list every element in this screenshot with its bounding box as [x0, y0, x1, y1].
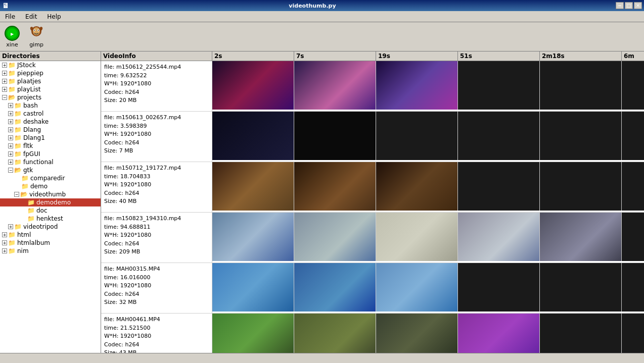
toggle-videotripod[interactable]: + — [8, 224, 13, 229]
dir-item-playlist[interactable]: +📁playList — [0, 85, 101, 93]
thumb-svg-v6-3 — [458, 314, 539, 353]
thumb-cell-v4-1[interactable] — [294, 213, 376, 261]
thumb-cell-v5-0[interactable] — [212, 263, 294, 312]
thumb-cell-v1-0[interactable] — [212, 61, 294, 110]
toggle-functional[interactable]: + — [8, 160, 13, 165]
thumb-cell-v2-3[interactable] — [458, 112, 540, 160]
dir-item-demo[interactable]: 📁demo — [0, 182, 101, 190]
thumb-cell-v5-5[interactable] — [622, 263, 644, 312]
video-size-v5: Size: 32 MB — [104, 298, 209, 307]
dir-item-fpgui[interactable]: +📁fpGUI — [0, 150, 101, 158]
toggle-projects[interactable]: − — [2, 95, 7, 100]
thumb-cell-v2-2[interactable] — [376, 112, 458, 160]
thumb-cell-v2-0[interactable] — [212, 112, 294, 160]
thumb-cell-v5-1[interactable] — [294, 263, 376, 312]
thumb-cell-v2-1[interactable] — [294, 112, 376, 160]
dir-item-projects[interactable]: −📂projects — [0, 93, 101, 101]
dir-item-html[interactable]: +📁html — [0, 231, 101, 239]
dir-item-plaatjes[interactable]: +📁plaatjes — [0, 77, 101, 85]
dir-item-deshake[interactable]: +📁deshake — [0, 118, 101, 126]
toggle-castrol[interactable]: + — [8, 111, 13, 116]
toggle-fpgui[interactable]: + — [8, 151, 13, 157]
thumb-cell-v1-4[interactable] — [540, 61, 622, 110]
dir-item-pieppiep[interactable]: +📁pieppiep — [0, 69, 101, 77]
toggle-nim[interactable]: + — [2, 248, 7, 253]
dir-item-castrol[interactable]: +📁castrol — [0, 110, 101, 118]
dir-label-videothumb: videothumb — [29, 191, 66, 198]
thumb-cell-v2-4[interactable] — [540, 112, 622, 160]
dir-label-deshake: deshake — [23, 118, 49, 125]
thumb-cell-v1-3[interactable] — [458, 61, 540, 110]
toggle-html[interactable]: + — [2, 232, 7, 237]
toggle-dlang[interactable]: + — [8, 127, 13, 132]
dir-item-jstock[interactable]: +📁JStock — [0, 61, 101, 69]
toggle-htmlalbum[interactable]: + — [2, 240, 7, 245]
dir-item-videothumb[interactable]: −📂videothumb — [0, 190, 101, 198]
folder-icon-functional: 📁 — [14, 159, 22, 166]
minimize-button[interactable]: − — [616, 2, 624, 9]
dir-item-fltk[interactable]: +📁fltk — [0, 142, 101, 150]
video-file-v5: file: MAH00315.MP4 — [104, 265, 209, 274]
video-wh-v3: W*H: 1920*1080 — [104, 181, 209, 189]
thumb-cell-v3-2[interactable] — [376, 162, 458, 211]
thumb-cell-v6-3[interactable] — [458, 314, 540, 353]
toggle-gtk[interactable]: − — [8, 168, 13, 173]
folder-icon-nim: 📁 — [8, 247, 16, 254]
thumb-cell-v6-2[interactable] — [376, 314, 458, 353]
toggle-playlist[interactable]: + — [2, 87, 7, 92]
xine-button[interactable]: ▶ xine — [4, 25, 20, 48]
dir-item-henktest[interactable]: 📁henktest — [0, 215, 101, 223]
thumb-cell-v3-4[interactable] — [540, 162, 622, 211]
thumb-cell-v6-0[interactable] — [212, 314, 294, 353]
thumb-cell-v1-5[interactable] — [622, 61, 644, 110]
dir-item-dlang[interactable]: +📁Dlang — [0, 126, 101, 134]
thumb-cell-v5-2[interactable] — [376, 263, 458, 312]
svg-point-7 — [34, 30, 35, 31]
toggle-videothumb[interactable]: − — [14, 192, 19, 197]
close-button[interactable]: ✕ — [634, 2, 642, 9]
thumb-cell-v3-1[interactable] — [294, 162, 376, 211]
thumb-cell-v3-5[interactable] — [622, 162, 644, 211]
video-time-v2: time: 3.598389 — [104, 122, 209, 131]
dir-item-comparedir[interactable]: 📁comparedir — [0, 174, 101, 182]
dir-item-videotripod[interactable]: +📁videotripod — [0, 223, 101, 231]
thumb-cell-v3-0[interactable] — [212, 162, 294, 211]
thumb-cell-v4-3[interactable] — [458, 213, 540, 261]
dir-item-demodemo[interactable]: 📁demodemo — [0, 198, 101, 206]
thumb-cell-v4-4[interactable] — [540, 213, 622, 261]
dir-item-doc[interactable]: 📁doc — [0, 206, 101, 215]
dir-item-bash[interactable]: +📁bash — [0, 101, 101, 110]
dir-label-henktest: henktest — [36, 215, 63, 222]
toggle-deshake[interactable]: + — [8, 119, 13, 124]
menu-edit[interactable]: Edit — [22, 12, 40, 21]
toggle-pieppiep[interactable]: + — [2, 71, 7, 76]
toggle-bash[interactable]: + — [8, 103, 13, 108]
dir-item-htmlalbum[interactable]: +📁htmlalbum — [0, 239, 101, 247]
thumb-cell-v6-5[interactable] — [622, 314, 644, 353]
menu-file[interactable]: File — [2, 12, 18, 21]
folder-icon-comparedir: 📁 — [21, 175, 29, 182]
thumb-cell-v3-3[interactable] — [458, 162, 540, 211]
menu-help[interactable]: Help — [44, 12, 64, 21]
thumb-cell-v6-4[interactable] — [540, 314, 622, 353]
toggle-jstock[interactable]: + — [2, 63, 7, 68]
dir-item-nim[interactable]: +📁nim — [0, 247, 101, 255]
dir-item-dlang1[interactable]: +📁Dlang1 — [0, 134, 101, 142]
thumb-cell-v2-5[interactable] — [622, 112, 644, 160]
gimp-button[interactable]: gimp — [28, 25, 44, 48]
toggle-fltk[interactable]: + — [8, 143, 13, 148]
thumb-cell-v1-1[interactable] — [294, 61, 376, 110]
thumb-cell-v4-0[interactable] — [212, 213, 294, 261]
dir-item-gtk[interactable]: −📂gtk — [0, 166, 101, 174]
thumb-svg-v2-0 — [212, 112, 294, 160]
thumb-cell-v4-2[interactable] — [376, 213, 458, 261]
toggle-plaatjes[interactable]: + — [2, 79, 7, 84]
toggle-dlang1[interactable]: + — [8, 135, 13, 140]
maximize-button[interactable]: □ — [625, 2, 633, 9]
thumb-cell-v5-3[interactable] — [458, 263, 540, 312]
dir-item-functional[interactable]: +📁functional — [0, 158, 101, 166]
thumb-cell-v5-4[interactable] — [540, 263, 622, 312]
thumb-cell-v6-1[interactable] — [294, 314, 376, 353]
thumb-cell-v1-2[interactable] — [376, 61, 458, 110]
thumb-cell-v4-5[interactable] — [622, 213, 644, 261]
